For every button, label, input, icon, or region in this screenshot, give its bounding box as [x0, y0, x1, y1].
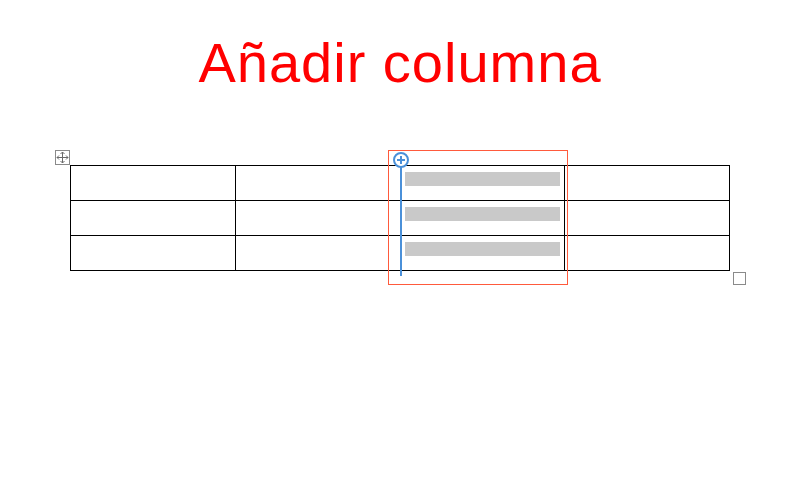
- table-row[interactable]: [71, 236, 730, 271]
- cell-highlight: [405, 242, 561, 256]
- table-resize-handle-icon[interactable]: [733, 272, 746, 285]
- table-row[interactable]: [71, 201, 730, 236]
- table-cell[interactable]: [400, 166, 565, 201]
- table-cell[interactable]: [235, 236, 400, 271]
- add-column-button[interactable]: [393, 152, 409, 168]
- table-row[interactable]: [71, 166, 730, 201]
- word-table[interactable]: [70, 165, 730, 271]
- table-cell[interactable]: [565, 166, 730, 201]
- table-cell[interactable]: [235, 166, 400, 201]
- table-cell[interactable]: [235, 201, 400, 236]
- table-cell[interactable]: [565, 201, 730, 236]
- cell-highlight: [405, 172, 561, 186]
- table-cell[interactable]: [71, 166, 236, 201]
- table-cell[interactable]: [71, 236, 236, 271]
- page-title: Añadir columna: [0, 30, 800, 95]
- table-cell[interactable]: [71, 201, 236, 236]
- table-cell[interactable]: [400, 201, 565, 236]
- editor-canvas: Añadir columna: [0, 0, 800, 500]
- table-cell[interactable]: [565, 236, 730, 271]
- table-move-handle-icon[interactable]: [55, 150, 70, 165]
- table-cell[interactable]: [400, 236, 565, 271]
- cell-highlight: [405, 207, 561, 221]
- word-table-container: [70, 165, 730, 271]
